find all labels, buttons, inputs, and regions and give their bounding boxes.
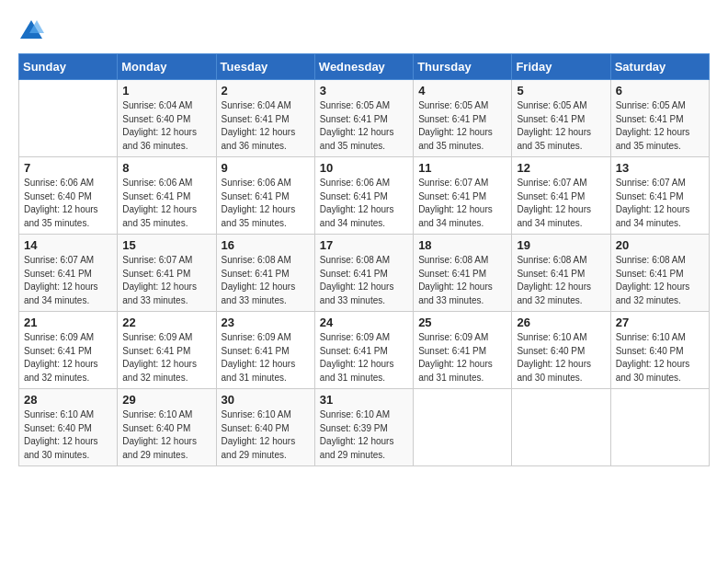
day-info: Sunrise: 6:10 AM Sunset: 6:40 PM Dayligh…: [616, 331, 704, 385]
day-cell: [512, 389, 610, 466]
day-cell: 15Sunrise: 6:07 AM Sunset: 6:41 PM Dayli…: [118, 235, 216, 312]
day-number: 28: [24, 393, 112, 407]
day-number: 31: [320, 393, 408, 407]
day-number: 10: [320, 161, 408, 175]
header-cell-tuesday: Tuesday: [216, 54, 314, 80]
day-cell: 26Sunrise: 6:10 AM Sunset: 6:40 PM Dayli…: [512, 312, 610, 389]
day-cell: 14Sunrise: 6:07 AM Sunset: 6:41 PM Dayli…: [19, 235, 118, 312]
day-cell: 19Sunrise: 6:08 AM Sunset: 6:41 PM Dayli…: [512, 235, 610, 312]
day-cell: 10Sunrise: 6:06 AM Sunset: 6:41 PM Dayli…: [314, 157, 413, 235]
day-cell: 8Sunrise: 6:06 AM Sunset: 6:41 PM Daylig…: [118, 157, 216, 235]
day-info: Sunrise: 6:07 AM Sunset: 6:41 PM Dayligh…: [122, 254, 210, 307]
day-info: Sunrise: 6:10 AM Sunset: 6:40 PM Dayligh…: [122, 408, 210, 462]
day-cell: [19, 80, 118, 157]
day-number: 7: [24, 161, 112, 175]
week-row-0: 1Sunrise: 6:04 AM Sunset: 6:40 PM Daylig…: [19, 80, 710, 157]
day-info: Sunrise: 6:09 AM Sunset: 6:41 PM Dayligh…: [122, 331, 210, 385]
day-number: 6: [616, 84, 704, 98]
day-info: Sunrise: 6:09 AM Sunset: 6:41 PM Dayligh…: [320, 331, 408, 385]
header-cell-monday: Monday: [118, 54, 216, 80]
day-number: 11: [418, 161, 506, 175]
day-number: 23: [222, 316, 310, 329]
day-cell: 12Sunrise: 6:07 AM Sunset: 6:41 PM Dayli…: [512, 157, 610, 235]
week-row-4: 28Sunrise: 6:10 AM Sunset: 6:40 PM Dayli…: [19, 389, 710, 466]
day-cell: 2Sunrise: 6:04 AM Sunset: 6:41 PM Daylig…: [216, 80, 314, 157]
day-cell: 4Sunrise: 6:05 AM Sunset: 6:41 PM Daylig…: [414, 80, 512, 157]
day-info: Sunrise: 6:06 AM Sunset: 6:41 PM Dayligh…: [122, 177, 210, 230]
day-cell: 9Sunrise: 6:06 AM Sunset: 6:41 PM Daylig…: [216, 157, 314, 235]
day-cell: 1Sunrise: 6:04 AM Sunset: 6:40 PM Daylig…: [118, 80, 216, 157]
logo: [18, 18, 48, 44]
day-info: Sunrise: 6:04 AM Sunset: 6:41 PM Dayligh…: [222, 99, 310, 153]
calendar-body: 1Sunrise: 6:04 AM Sunset: 6:40 PM Daylig…: [19, 80, 710, 466]
day-cell: 13Sunrise: 6:07 AM Sunset: 6:41 PM Dayli…: [610, 157, 709, 235]
day-number: 27: [616, 316, 704, 329]
day-cell: [610, 389, 709, 466]
header-cell-saturday: Saturday: [610, 54, 709, 80]
day-cell: 18Sunrise: 6:08 AM Sunset: 6:41 PM Dayli…: [414, 235, 512, 312]
day-number: 9: [222, 161, 310, 175]
day-number: 16: [222, 238, 310, 252]
day-number: 15: [122, 238, 210, 252]
logo-icon: [18, 18, 44, 44]
day-cell: 27Sunrise: 6:10 AM Sunset: 6:40 PM Dayli…: [610, 312, 709, 389]
day-number: 29: [122, 393, 210, 407]
day-number: 2: [222, 84, 310, 98]
day-number: 24: [320, 316, 408, 329]
day-info: Sunrise: 6:05 AM Sunset: 6:41 PM Dayligh…: [517, 99, 605, 153]
day-number: 25: [418, 316, 506, 329]
week-row-1: 7Sunrise: 6:06 AM Sunset: 6:40 PM Daylig…: [19, 157, 710, 235]
header-cell-wednesday: Wednesday: [314, 54, 413, 80]
header-row: SundayMondayTuesdayWednesdayThursdayFrid…: [19, 54, 710, 80]
day-cell: 28Sunrise: 6:10 AM Sunset: 6:40 PM Dayli…: [19, 389, 118, 466]
day-info: Sunrise: 6:10 AM Sunset: 6:40 PM Dayligh…: [222, 408, 310, 462]
header-cell-thursday: Thursday: [414, 54, 512, 80]
day-info: Sunrise: 6:05 AM Sunset: 6:41 PM Dayligh…: [616, 99, 704, 153]
day-number: 30: [222, 393, 310, 407]
page-header: [18, 18, 710, 44]
day-info: Sunrise: 6:09 AM Sunset: 6:41 PM Dayligh…: [24, 331, 112, 385]
day-number: 19: [517, 238, 605, 252]
day-cell: 6Sunrise: 6:05 AM Sunset: 6:41 PM Daylig…: [610, 80, 709, 157]
day-cell: 20Sunrise: 6:08 AM Sunset: 6:41 PM Dayli…: [610, 235, 709, 312]
day-cell: 21Sunrise: 6:09 AM Sunset: 6:41 PM Dayli…: [19, 312, 118, 389]
day-info: Sunrise: 6:08 AM Sunset: 6:41 PM Dayligh…: [616, 254, 704, 307]
day-cell: [414, 389, 512, 466]
day-cell: 23Sunrise: 6:09 AM Sunset: 6:41 PM Dayli…: [216, 312, 314, 389]
day-cell: 31Sunrise: 6:10 AM Sunset: 6:39 PM Dayli…: [314, 389, 413, 466]
day-number: 13: [616, 161, 704, 175]
day-info: Sunrise: 6:07 AM Sunset: 6:41 PM Dayligh…: [24, 254, 112, 307]
week-row-2: 14Sunrise: 6:07 AM Sunset: 6:41 PM Dayli…: [19, 235, 710, 312]
day-info: Sunrise: 6:10 AM Sunset: 6:39 PM Dayligh…: [320, 408, 408, 462]
day-number: 18: [418, 238, 506, 252]
day-info: Sunrise: 6:10 AM Sunset: 6:40 PM Dayligh…: [517, 331, 605, 385]
header-cell-sunday: Sunday: [19, 54, 118, 80]
week-row-3: 21Sunrise: 6:09 AM Sunset: 6:41 PM Dayli…: [19, 312, 710, 389]
day-cell: 17Sunrise: 6:08 AM Sunset: 6:41 PM Dayli…: [314, 235, 413, 312]
day-cell: 29Sunrise: 6:10 AM Sunset: 6:40 PM Dayli…: [118, 389, 216, 466]
day-info: Sunrise: 6:07 AM Sunset: 6:41 PM Dayligh…: [418, 177, 506, 230]
day-info: Sunrise: 6:05 AM Sunset: 6:41 PM Dayligh…: [418, 99, 506, 153]
day-info: Sunrise: 6:04 AM Sunset: 6:40 PM Dayligh…: [122, 99, 210, 153]
day-info: Sunrise: 6:08 AM Sunset: 6:41 PM Dayligh…: [517, 254, 605, 307]
calendar-header: SundayMondayTuesdayWednesdayThursdayFrid…: [19, 54, 710, 80]
day-info: Sunrise: 6:08 AM Sunset: 6:41 PM Dayligh…: [320, 254, 408, 307]
day-cell: 22Sunrise: 6:09 AM Sunset: 6:41 PM Dayli…: [118, 312, 216, 389]
day-cell: 16Sunrise: 6:08 AM Sunset: 6:41 PM Dayli…: [216, 235, 314, 312]
day-info: Sunrise: 6:06 AM Sunset: 6:41 PM Dayligh…: [320, 177, 408, 230]
day-number: 4: [418, 84, 506, 98]
day-cell: 5Sunrise: 6:05 AM Sunset: 6:41 PM Daylig…: [512, 80, 610, 157]
day-info: Sunrise: 6:07 AM Sunset: 6:41 PM Dayligh…: [517, 177, 605, 230]
day-number: 26: [517, 316, 605, 329]
day-cell: 11Sunrise: 6:07 AM Sunset: 6:41 PM Dayli…: [414, 157, 512, 235]
day-cell: 24Sunrise: 6:09 AM Sunset: 6:41 PM Dayli…: [314, 312, 413, 389]
day-info: Sunrise: 6:08 AM Sunset: 6:41 PM Dayligh…: [222, 254, 310, 307]
day-cell: 7Sunrise: 6:06 AM Sunset: 6:40 PM Daylig…: [19, 157, 118, 235]
day-number: 5: [517, 84, 605, 98]
day-number: 8: [122, 161, 210, 175]
calendar-table: SundayMondayTuesdayWednesdayThursdayFrid…: [18, 53, 710, 466]
day-info: Sunrise: 6:06 AM Sunset: 6:41 PM Dayligh…: [222, 177, 310, 230]
day-cell: 25Sunrise: 6:09 AM Sunset: 6:41 PM Dayli…: [414, 312, 512, 389]
day-info: Sunrise: 6:10 AM Sunset: 6:40 PM Dayligh…: [24, 408, 112, 462]
day-number: 21: [24, 316, 112, 329]
